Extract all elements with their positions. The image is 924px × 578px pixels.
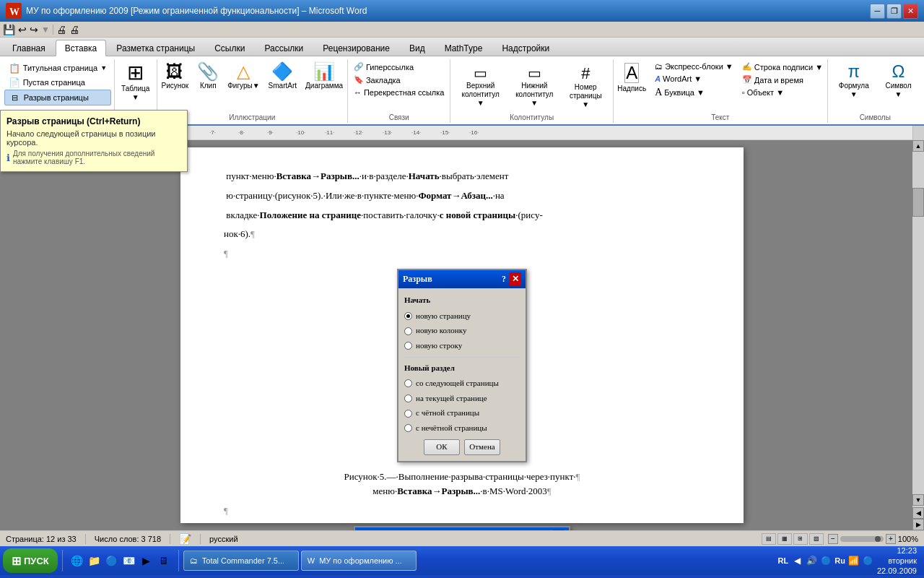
radio-circle6: [404, 410, 412, 418]
scroll-thumb[interactable]: [912, 188, 924, 217]
radio-new-col[interactable]: новую колонку: [404, 324, 520, 337]
scroll-down-btn[interactable]: ▼: [912, 494, 924, 506]
expressblock-label: Экспресс-блоки ▼: [665, 62, 733, 71]
ql-media[interactable]: ▶: [139, 553, 154, 568]
title-page-btn[interactable]: 📋 Титульная страница ▼: [4, 61, 112, 75]
tray-back[interactable]: ◀: [791, 555, 803, 566]
picture-btn[interactable]: 🖼 Рисунок: [159, 61, 192, 92]
taskbar-item-total-commander[interactable]: 🗂 Total Commander 7.5...: [183, 551, 299, 571]
view-web[interactable]: ⊞: [793, 533, 808, 545]
wordart-btn[interactable]: A WordArt ▼: [652, 73, 736, 85]
zoom-in-btn[interactable]: +: [886, 534, 896, 544]
ql-folder[interactable]: 📁: [87, 553, 102, 568]
tab-mailings[interactable]: Рассылки: [255, 40, 313, 56]
text-col: 🗂 Экспресс-блоки ▼ A WordArt ▼ A Буквица…: [652, 61, 736, 110]
save-icon[interactable]: 💾: [3, 24, 15, 35]
minimize-btn[interactable]: ─: [870, 4, 885, 19]
ql-outlook[interactable]: 📧: [122, 553, 136, 568]
footer-btn[interactable]: ▭ Нижнийколонтитул ▼: [509, 61, 560, 110]
taskbar-items: 🗂 Total Commander 7.5... W МУ по оформле…: [183, 551, 772, 571]
hyperlink-btn[interactable]: 🔗 Гиперссылка: [351, 61, 448, 73]
dialog-help-btn[interactable]: ?: [502, 272, 506, 286]
view-print[interactable]: ▤: [762, 533, 776, 545]
more-icon[interactable]: ▼: [41, 25, 50, 35]
print-preview-icon[interactable]: 🖨: [56, 24, 66, 35]
view-full[interactable]: ▦: [777, 533, 792, 545]
tab-review[interactable]: Рецензирование: [313, 40, 399, 56]
hyperlink-label: Гиперссылка: [366, 63, 414, 72]
header-btn[interactable]: ▭ Верхнийколонтитул ▼: [455, 61, 506, 110]
tab-references[interactable]: Ссылки: [205, 40, 254, 56]
scrollbar-vertical[interactable]: ▲ ▼ ◀ ▶: [912, 140, 924, 530]
print-icon[interactable]: 🖨: [69, 24, 79, 35]
tab-addins[interactable]: Надстройки: [492, 40, 559, 56]
blank-page-btn[interactable]: 📄 Пустая страница: [4, 75, 112, 90]
header-label: Верхнийколонтитул ▼: [458, 82, 503, 108]
scroll-up-btn[interactable]: ▲: [912, 140, 924, 152]
smartart-btn[interactable]: 🔷 SmartArt: [266, 61, 300, 92]
tray-bluetooth[interactable]: 🔵: [863, 555, 874, 566]
abzac-close-btn[interactable]: ✕: [553, 530, 565, 530]
radio-current-page[interactable]: на текущей странице: [404, 392, 520, 405]
undo-icon[interactable]: ↩: [18, 24, 27, 35]
dropcap-btn[interactable]: A Буквица ▼: [652, 85, 736, 100]
redo-icon[interactable]: ↪: [30, 24, 38, 35]
pagenum-btn[interactable]: # Номерстраницы ▼: [563, 61, 609, 111]
shapes-btn[interactable]: △ Фигуры▼: [225, 61, 262, 92]
view-outline[interactable]: ▧: [809, 533, 824, 545]
tray-other1[interactable]: 🔵: [820, 555, 832, 566]
ql-browser[interactable]: 🌐: [70, 553, 84, 568]
abzac-help-btn[interactable]: ?: [545, 530, 549, 530]
tab-layout[interactable]: Разметка страницы: [107, 40, 204, 56]
dialog-razryv-controls: ? ✕: [502, 272, 521, 286]
dialog-cancel-btn[interactable]: Отмена: [464, 439, 500, 455]
taskbar-item-word[interactable]: W МУ по оформлению ...: [301, 551, 417, 571]
formula-btn[interactable]: π Формула ▼: [832, 61, 876, 101]
clip-btn[interactable]: 📎 Клип: [194, 61, 222, 92]
dialog-ok-btn[interactable]: ОК: [424, 439, 460, 455]
zoom-controls: − + 100%: [828, 534, 918, 544]
crossref-btn[interactable]: ↔ Перекрестная ссылка: [351, 87, 448, 98]
tab-view[interactable]: Вид: [400, 40, 435, 56]
doc-page: пункт·меню·Вставка→Разрыв...·и·в·разделе…: [180, 147, 744, 523]
zoom-slider[interactable]: [840, 536, 884, 542]
signature-btn[interactable]: ✍ Строка подписи ▼: [739, 61, 826, 73]
tab-insert[interactable]: Вставка: [56, 40, 107, 56]
ql-ie[interactable]: 🔵: [105, 553, 119, 568]
radio-new-page[interactable]: новую страницу: [404, 310, 520, 323]
scroll-next-page[interactable]: ▶: [912, 519, 924, 530]
doc-para2: ю·страницу·(рисунок·5).·Или·же·в·пункте·…: [224, 189, 700, 204]
ql-show-desktop[interactable]: 🖥: [157, 553, 171, 568]
table-btn[interactable]: ⊞ Таблица▼: [118, 61, 152, 104]
scroll-prev-page[interactable]: ◀: [912, 507, 924, 519]
tray-network[interactable]: 📶: [848, 555, 860, 566]
footer-icon: ▭: [528, 66, 541, 80]
chart-label: Диаграмма: [305, 82, 343, 90]
object-btn[interactable]: ▫ Объект ▼: [739, 87, 826, 98]
radio-next-page[interactable]: со следующей страницы: [404, 377, 520, 390]
radio-odd-page[interactable]: с нечётной страницы: [404, 422, 520, 435]
bookmark-icon: 🔖: [354, 75, 364, 85]
tab-mathtype[interactable]: MathType: [435, 40, 492, 56]
radio-even-page[interactable]: с чётной страницы: [404, 407, 520, 420]
symbol-btn[interactable]: Ω Символ ▼: [879, 61, 918, 101]
napisi-btn[interactable]: A Надпись: [614, 61, 649, 95]
start-button[interactable]: ⊞ ПУСК: [3, 548, 58, 573]
tray-sound[interactable]: 🔊: [806, 555, 817, 566]
page-break-btn[interactable]: ⊟ Разрыв страницы: [4, 90, 112, 105]
radio-new-line[interactable]: новую строку: [404, 340, 520, 353]
tooltip-title: Разрыв страницы (Ctrl+Return): [6, 116, 181, 126]
restore-btn[interactable]: ❐: [886, 4, 902, 19]
close-btn[interactable]: ✕: [903, 4, 918, 19]
expressblock-btn[interactable]: 🗂 Экспресс-блоки ▼: [652, 61, 736, 72]
dialog-close-btn[interactable]: ✕: [510, 272, 521, 286]
chart-btn[interactable]: 📊 Диаграмма: [302, 61, 346, 92]
view-buttons: ▤ ▦ ⊞ ▧: [762, 533, 824, 545]
tab-home[interactable]: Главная: [3, 40, 55, 56]
radio-dot1: [406, 314, 410, 318]
zoom-out-btn[interactable]: −: [828, 534, 838, 544]
title-page-label: Титульная страница: [23, 64, 98, 72]
datetime-btn[interactable]: 📅 Дата и время: [739, 74, 826, 86]
dialog-abzac-controls: ? ✕: [545, 530, 565, 530]
bookmark-btn[interactable]: 🔖 Закладка: [351, 74, 448, 86]
